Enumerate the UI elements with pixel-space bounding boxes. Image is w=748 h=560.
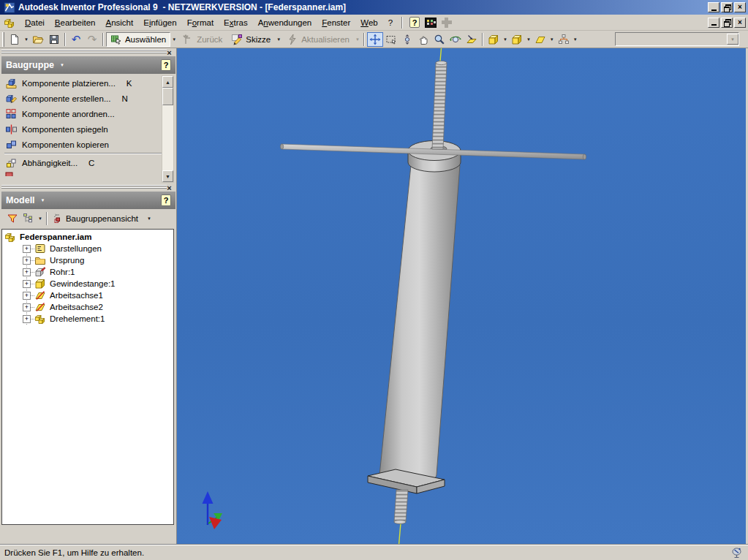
tree-node-ursprung[interactable]: + Ursprung <box>2 254 173 266</box>
menu-format[interactable]: Format <box>182 17 219 29</box>
cylinder-tube[interactable] <box>379 165 460 483</box>
doc-restore-button[interactable] <box>721 18 733 28</box>
zoom-selected-button[interactable] <box>431 32 447 47</box>
cmd-abhaengigkeit[interactable]: Abhängigkeit... C <box>1 155 175 170</box>
expand-icon[interactable]: + <box>23 280 31 288</box>
select-dropdown[interactable]: ▼ <box>170 37 178 42</box>
scroll-up-button[interactable]: ▲ <box>162 76 173 88</box>
help-icon[interactable]: ? <box>161 59 171 71</box>
cmd-komponente-anordnen[interactable]: Komponente anordnen... <box>1 106 175 121</box>
modell-panel-dropdown[interactable]: ▼ <box>39 198 47 203</box>
magnifier-icon <box>434 34 445 45</box>
look-at-button[interactable] <box>464 32 480 47</box>
expand-icon[interactable]: + <box>23 268 31 276</box>
tree-node-darstellungen[interactable]: + Darstellungen <box>2 243 173 254</box>
camera-view-button[interactable] <box>509 32 525 47</box>
help-topics-button[interactable]: ? <box>407 16 422 29</box>
close-button[interactable]: × <box>734 2 746 12</box>
menubar: Datei Bearbeiten Ansicht Einfügen Format… <box>0 15 748 31</box>
tree-node-drehelement[interactable]: + Drehelement:1 <box>2 313 173 325</box>
zoom-button[interactable] <box>399 32 415 47</box>
3d-viewport[interactable] <box>177 48 746 545</box>
scroll-thumb[interactable] <box>162 88 173 105</box>
update-label: Aktualisieren <box>301 35 350 44</box>
tree-node-arbeitsachse2[interactable]: + Arbeitsachse2 <box>2 301 173 313</box>
modell-panel-header[interactable]: Modell ▼ ? <box>1 192 175 209</box>
cmd-komponente-erstellen[interactable]: Komponente erstellen... N <box>1 91 175 106</box>
browser-options-dropdown[interactable]: ▼ <box>37 216 44 221</box>
menu-extras[interactable]: Extras <box>219 17 253 29</box>
structure-view-button[interactable] <box>556 32 572 47</box>
expand-icon[interactable]: + <box>23 257 31 265</box>
menu-web[interactable]: Web <box>355 17 382 29</box>
doc-minimize-button[interactable] <box>708 18 719 28</box>
sketch-dropdown[interactable]: ▼ <box>275 37 282 42</box>
open-file-button[interactable] <box>30 32 46 47</box>
expand-icon[interactable]: + <box>23 303 31 311</box>
view-representation-combobox[interactable]: ▼ <box>615 32 739 46</box>
menu-einfuegen[interactable]: Einfügen <box>138 17 181 29</box>
shadow-mode-button[interactable] <box>532 32 548 47</box>
separator <box>64 33 66 46</box>
cmd-komponente-platzieren[interactable]: Komponente platzieren... K <box>1 75 175 91</box>
filter-button[interactable] <box>4 211 20 226</box>
menu-anwendungen[interactable]: Anwendungen <box>253 17 317 29</box>
satellite-dish-icon[interactable] <box>730 547 744 559</box>
camera-view-dropdown[interactable]: ▼ <box>525 37 532 42</box>
minimize-button[interactable] <box>708 2 719 12</box>
tree-node-gewindestange[interactable]: + Gewindestange:1 <box>2 278 173 290</box>
toolbar-grip[interactable] <box>2 32 4 47</box>
document-system-icon[interactable] <box>4 17 15 29</box>
save-button[interactable] <box>46 32 62 47</box>
tree-node-rohr[interactable]: + Rohr:1 <box>2 266 173 278</box>
return-label: Zurück <box>197 35 222 44</box>
sketch-button[interactable]: Skizze <box>227 32 275 47</box>
rod-top-cap <box>436 61 447 64</box>
zoom-window-button[interactable] <box>383 32 399 47</box>
baugruppe-panel-header[interactable]: Baugruppe ▼ ? <box>1 56 175 74</box>
view-selector-dropdown[interactable]: ▼ <box>146 216 153 221</box>
modell-panel-grip[interactable] <box>1 184 167 191</box>
display-mode-dropdown[interactable]: ▼ <box>502 37 509 42</box>
cmd-komponenten-spiegeln[interactable]: Komponenten spiegeln <box>1 121 175 137</box>
pan-button[interactable] <box>415 32 431 47</box>
display-mode-button[interactable] <box>486 32 502 47</box>
tree-node-arbeitsachse1[interactable]: + Arbeitsachse1 <box>2 290 173 301</box>
expand-icon[interactable]: + <box>23 245 31 253</box>
scroll-down-button[interactable]: ▼ <box>162 170 173 182</box>
restore-button[interactable] <box>721 2 733 12</box>
new-file-dropdown[interactable]: ▼ <box>23 37 30 42</box>
undo-button[interactable]: ↶ <box>68 32 84 47</box>
expand-icon[interactable]: + <box>23 315 31 323</box>
view-selector-label[interactable]: Baugruppenansicht <box>66 214 138 223</box>
federspanner-model[interactable] <box>177 48 746 545</box>
baugruppe-command-list: Komponente platzieren... K Komponente er… <box>1 75 175 183</box>
animation-button[interactable] <box>423 16 438 29</box>
shortcut-key: K <box>126 79 132 88</box>
add-button-disabled <box>439 16 454 29</box>
menu-hilfe[interactable]: ? <box>383 17 398 29</box>
baugruppe-panel-grip[interactable] <box>1 49 167 56</box>
new-file-button[interactable] <box>7 32 23 47</box>
tree-root-federspanner[interactable]: Federspanner.iam <box>2 231 173 243</box>
menu-ansicht[interactable]: Ansicht <box>101 17 139 29</box>
cmd-komponenten-kopieren[interactable]: Komponenten kopieren <box>1 137 175 152</box>
menu-bearbeiten[interactable]: Bearbeiten <box>50 17 101 29</box>
help-icon[interactable]: ? <box>161 194 171 206</box>
zoom-all-button[interactable] <box>367 32 383 47</box>
menu-datei[interactable]: Datei <box>20 17 50 29</box>
select-button[interactable]: Auswählen <box>106 32 170 47</box>
orbit-button[interactable] <box>447 32 464 47</box>
baugruppe-scrollbar[interactable]: ▲ ▼ <box>162 75 174 183</box>
expand-icon[interactable]: + <box>23 292 31 300</box>
threaded-rod-top[interactable] <box>432 63 447 149</box>
menu-fenster[interactable]: Fenster <box>317 17 355 29</box>
threaded-rod-bottom[interactable] <box>394 490 408 522</box>
structure-view-dropdown[interactable]: ▼ <box>572 37 579 42</box>
baugruppe-panel-dropdown[interactable]: ▼ <box>58 63 66 67</box>
combobox-arrow-button[interactable]: ▼ <box>727 34 738 45</box>
shadow-mode-dropdown[interactable]: ▼ <box>548 37 556 42</box>
clipped-command-item[interactable] <box>1 170 175 176</box>
browser-options-button[interactable] <box>20 211 37 226</box>
doc-close-button[interactable]: × <box>734 18 746 28</box>
